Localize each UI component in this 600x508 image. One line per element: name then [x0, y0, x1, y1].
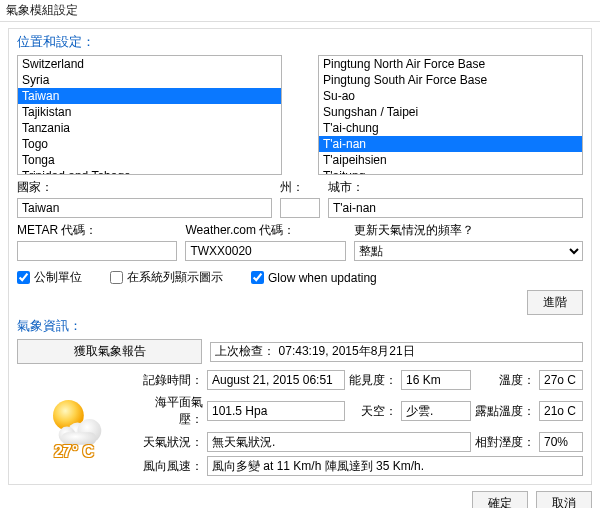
- country-list-item[interactable]: Tonga: [18, 152, 281, 168]
- temp-label: 溫度：: [475, 372, 535, 389]
- metar-input[interactable]: [17, 241, 177, 261]
- country-list-item[interactable]: Togo: [18, 136, 281, 152]
- visibility-field: 16 Km: [401, 370, 471, 390]
- tray-checkbox-wrap[interactable]: 在系統列顯示圖示: [110, 269, 223, 286]
- main-panel: 位置和設定： SwitzerlandSyriaTaiwanTajikistanT…: [8, 28, 592, 485]
- temp-field: 27o C: [539, 370, 583, 390]
- sky-label: 天空：: [349, 403, 397, 420]
- freq-select[interactable]: 整點: [354, 241, 583, 261]
- sky-field: 少雲.: [401, 401, 471, 421]
- city-list-item[interactable]: Pingtung South Air Force Base: [319, 72, 582, 88]
- city-list-item[interactable]: T'ai-chung: [319, 120, 582, 136]
- city-list-item[interactable]: T'aitung: [319, 168, 582, 175]
- tray-checkbox[interactable]: [110, 271, 123, 284]
- wcom-label: Weather.com 代碼：: [185, 222, 345, 239]
- weather-heading: 氣象資訊：: [17, 317, 583, 335]
- city-list-item[interactable]: T'aipeihsien: [319, 152, 582, 168]
- dewpoint-field: 21o C: [539, 401, 583, 421]
- metric-checkbox-label: 公制單位: [34, 269, 82, 286]
- last-check-prefix: 上次檢查：: [215, 343, 275, 360]
- glow-checkbox-wrap[interactable]: Glow when updating: [251, 271, 377, 285]
- tray-checkbox-label: 在系統列顯示圖示: [127, 269, 223, 286]
- state-label: 州：: [280, 179, 320, 196]
- country-list-item[interactable]: Taiwan: [18, 88, 281, 104]
- record-time-field: August 21, 2015 06:51: [207, 370, 345, 390]
- conditions-field: 無天氣狀況.: [207, 432, 471, 452]
- country-list-item[interactable]: Syria: [18, 72, 281, 88]
- metric-checkbox[interactable]: [17, 271, 30, 284]
- country-list-item[interactable]: Trinidad and Tobago: [18, 168, 281, 175]
- metric-checkbox-wrap[interactable]: 公制單位: [17, 269, 82, 286]
- wcom-input[interactable]: [185, 241, 345, 261]
- metar-label: METAR 代碼：: [17, 222, 177, 239]
- wind-label: 風向風速：: [139, 458, 203, 475]
- visibility-label: 能見度：: [349, 372, 397, 389]
- window-title: 氣象模組設定: [6, 2, 78, 19]
- ok-button[interactable]: 確定: [472, 491, 528, 508]
- get-report-button[interactable]: 獲取氣象報告: [17, 339, 202, 364]
- glow-checkbox-label: Glow when updating: [268, 271, 377, 285]
- state-input[interactable]: [280, 198, 320, 218]
- country-listbox[interactable]: SwitzerlandSyriaTaiwanTajikistanTanzania…: [17, 55, 282, 175]
- pressure-label: 海平面氣壓：: [139, 394, 203, 428]
- advanced-button[interactable]: 進階: [527, 290, 583, 315]
- city-list-item[interactable]: Pingtung North Air Force Base: [319, 56, 582, 72]
- pressure-field: 101.5 Hpa: [207, 401, 345, 421]
- record-time-label: 記錄時間：: [139, 372, 203, 389]
- city-listbox[interactable]: Pingtung North Air Force BasePingtung So…: [318, 55, 583, 175]
- last-check-value: 07:43:19, 2015年8月21日: [279, 343, 415, 360]
- country-label: 國家：: [17, 179, 272, 196]
- freq-label: 更新天氣情況的頻率？: [354, 222, 583, 239]
- dewpoint-label: 露點溫度：: [475, 403, 535, 420]
- city-input[interactable]: [328, 198, 583, 218]
- humidity-field: 70%: [539, 432, 583, 452]
- cancel-button[interactable]: 取消: [536, 491, 592, 508]
- city-list-item[interactable]: Su-ao: [319, 88, 582, 104]
- country-input[interactable]: [17, 198, 272, 218]
- country-list-item[interactable]: Switzerland: [18, 56, 281, 72]
- city-list-item[interactable]: Sungshan / Taipei: [319, 104, 582, 120]
- country-list-item[interactable]: Tajikistan: [18, 104, 281, 120]
- conditions-label: 天氣狀況：: [139, 434, 203, 451]
- country-list-item[interactable]: Tanzania: [18, 120, 281, 136]
- city-list-item[interactable]: T'ai-nan: [319, 136, 582, 152]
- wind-field: 風向多變 at 11 Km/h 陣風達到 35 Km/h.: [207, 456, 583, 476]
- window-titlebar: 氣象模組設定: [0, 0, 600, 22]
- location-heading: 位置和設定：: [17, 33, 583, 51]
- last-check-field: 上次檢查： 07:43:19, 2015年8月21日: [210, 342, 583, 362]
- humidity-label: 相對溼度：: [475, 434, 535, 451]
- glow-checkbox[interactable]: [251, 271, 264, 284]
- weather-icon-temp: 27° C: [54, 443, 94, 461]
- city-label: 城市：: [328, 179, 583, 196]
